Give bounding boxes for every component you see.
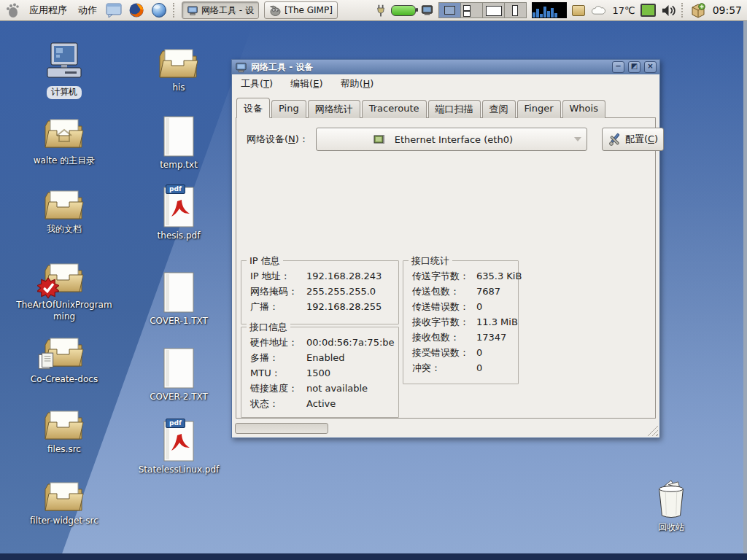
- desktop-icon-cocreate-docs[interactable]: Co-Create-docs: [9, 335, 119, 386]
- tools-icon: [608, 132, 622, 147]
- tab-whois[interactable]: Whois: [562, 100, 605, 118]
- menu-tools[interactable]: 工具(T): [241, 77, 273, 90]
- screen-bottom-band: [0, 553, 747, 560]
- hardware-address-row: 硬件地址：00:0d:56:7a:75:be: [241, 335, 398, 350]
- tab-traceroute[interactable]: Traceroute: [362, 100, 427, 118]
- desktop-icon-cover2[interactable]: COVER-2.TXT: [124, 347, 233, 403]
- software-update-icon[interactable]: [690, 2, 706, 18]
- desktop-icon-cover1[interactable]: COVER-1.TXT: [124, 271, 233, 327]
- desktop: 应用程序 动作 网络工具 - 设 [The GIMP] 17℃: [0, 0, 747, 560]
- maximize-button[interactable]: ◩: [628, 61, 640, 73]
- network-tools-icon: [187, 5, 198, 16]
- icon-label: 我的文档: [47, 224, 82, 236]
- network-device-label: 网络设备(N)：: [247, 133, 309, 146]
- desktop-icon-thesis-pdf[interactable]: pdf thesis.pdf: [124, 186, 233, 242]
- power-plug-icon[interactable]: [376, 3, 386, 18]
- icon-label: TheArtOfUnixProgramming: [12, 300, 116, 322]
- tab-finger[interactable]: Finger: [517, 100, 561, 118]
- menu-edit[interactable]: 编辑(E): [290, 77, 322, 90]
- folder-icon: [43, 408, 85, 442]
- top-panel: 应用程序 动作 网络工具 - 设 [The GIMP] 17℃: [0, 0, 747, 21]
- weather-temperature: 17℃: [612, 5, 635, 16]
- workspace-1[interactable]: [439, 3, 461, 18]
- minimize-button[interactable]: −: [612, 61, 624, 73]
- battery-icon[interactable]: [391, 5, 416, 16]
- tab-portscan[interactable]: 端口扫描: [428, 100, 481, 118]
- pdf-badge: pdf: [166, 184, 185, 194]
- pdf-badge: pdf: [166, 419, 185, 428]
- web-browser-launcher-icon[interactable]: [150, 1, 168, 19]
- trash-icon: [651, 478, 691, 520]
- status-bar: [232, 419, 659, 438]
- rx-packets-row: 接收包数：17347: [403, 330, 518, 345]
- desktop-icon-my-documents[interactable]: 我的文档: [9, 188, 119, 236]
- icon-label: 回收站: [658, 522, 684, 534]
- desktop-icon-trash[interactable]: 回收站: [616, 478, 726, 534]
- icon-label: files.src: [47, 444, 81, 456]
- text-file-icon: [162, 271, 196, 314]
- firefox-launcher-icon[interactable]: [128, 1, 145, 19]
- documents-emblem-icon: [37, 351, 56, 372]
- icon-label: 计算机: [47, 86, 82, 99]
- desktop-icon-artofunix[interactable]: TheArtOfUnixProgramming: [9, 261, 119, 322]
- rx-errors-row: 接受错误数：0: [403, 345, 518, 360]
- desktop-icon-temp-txt[interactable]: temp.txt: [124, 115, 233, 171]
- collisions-row: 冲突：0: [403, 360, 518, 376]
- panel-handle[interactable]: [681, 3, 685, 18]
- icon-label: COVER-2.TXT: [150, 392, 208, 403]
- desktop-icon-statelesslinux-pdf[interactable]: pdf StatelessLinux.pdf: [124, 420, 233, 476]
- resize-grip[interactable]: [647, 425, 658, 436]
- tab-ping[interactable]: Ping: [271, 100, 306, 118]
- network-device-combobox[interactable]: Ethernet Interface (eth0): [316, 128, 587, 151]
- screenshot-launcher-icon[interactable]: [105, 1, 123, 19]
- tab-devices[interactable]: 设备: [236, 98, 270, 118]
- interface-info-frame: 接口信息 硬件地址：00:0d:56:7a:75:be 多播：Enabled M…: [241, 327, 399, 418]
- volume-speaker-icon[interactable]: [661, 4, 676, 18]
- desktop-icon-files-src[interactable]: files.src: [9, 408, 119, 456]
- network-device-row: 网络设备(N)： Ethernet Interface (eth0) 配置(C): [236, 118, 655, 151]
- window-title: 网络工具 - 设备: [251, 61, 608, 74]
- menu-help[interactable]: 帮助(H): [340, 77, 374, 90]
- actions-menu[interactable]: 动作: [75, 2, 100, 18]
- desktop-icon-computer[interactable]: 计算机: [9, 42, 119, 99]
- tx-bytes-row: 传送字节数：635.3 KiB: [403, 268, 518, 284]
- window-icon: [235, 62, 247, 73]
- close-button[interactable]: ×: [644, 61, 657, 73]
- network-tools-window: 网络工具 - 设备 − ◩ × 工具(T) 编辑(E) 帮助(H) 设备 Pin…: [231, 59, 660, 438]
- gnome-menu-icon[interactable]: [4, 1, 21, 19]
- taskbar-button-label: 网络工具 - 设: [201, 4, 254, 17]
- workspace-2[interactable]: [461, 3, 483, 18]
- icon-label: StatelessLinux.pdf: [139, 464, 220, 476]
- weather-cloud-icon[interactable]: [590, 5, 607, 16]
- desktop-icon-his[interactable]: his: [124, 47, 233, 94]
- panel-handle[interactable]: [173, 3, 177, 18]
- window-titlebar[interactable]: 网络工具 - 设备 − ◩ ×: [232, 60, 659, 74]
- taskbar-button-label: [The GIMP]: [285, 5, 333, 15]
- clock[interactable]: 09:57: [711, 4, 743, 16]
- package-applet-icon[interactable]: [572, 5, 585, 16]
- applications-menu[interactable]: 应用程序: [26, 2, 70, 18]
- combobox-arrow-icon: [569, 137, 587, 141]
- tab-lookup[interactable]: 查阅: [482, 100, 516, 118]
- system-monitor-applet[interactable]: [532, 2, 567, 18]
- icon-label: temp.txt: [160, 160, 198, 171]
- multicast-row: 多播：Enabled: [241, 350, 398, 365]
- taskbar-button-gimp[interactable]: [The GIMP]: [264, 1, 338, 19]
- workspace-switcher[interactable]: [438, 2, 527, 18]
- desktop-icon-home[interactable]: walte 的主目录: [9, 117, 119, 167]
- notebook-tabs: 设备 Ping 网络统计 Traceroute 端口扫描 查阅 Finger W…: [232, 93, 659, 118]
- icon-label: filter-widget-src: [30, 516, 98, 527]
- configure-button[interactable]: 配置(C): [602, 128, 664, 151]
- tab-netstat[interactable]: 网络统计: [308, 100, 360, 118]
- gimp-icon: [269, 4, 282, 17]
- state-row: 状态：Active: [241, 396, 398, 411]
- workspace-4[interactable]: [505, 3, 526, 18]
- tx-packets-row: 传送包数：7687: [403, 284, 518, 299]
- resolution-applet-icon[interactable]: [640, 4, 656, 17]
- taskbar-button-network-tools[interactable]: 网络工具 - 设: [182, 1, 259, 19]
- frame-title: 接口统计: [409, 254, 452, 268]
- icon-label: walte 的主目录: [34, 155, 95, 167]
- workspace-3[interactable]: [483, 3, 505, 18]
- desktop-icon-filter-widget-src[interactable]: filter-widget-src: [9, 480, 119, 527]
- display-applet-icon[interactable]: [421, 4, 433, 16]
